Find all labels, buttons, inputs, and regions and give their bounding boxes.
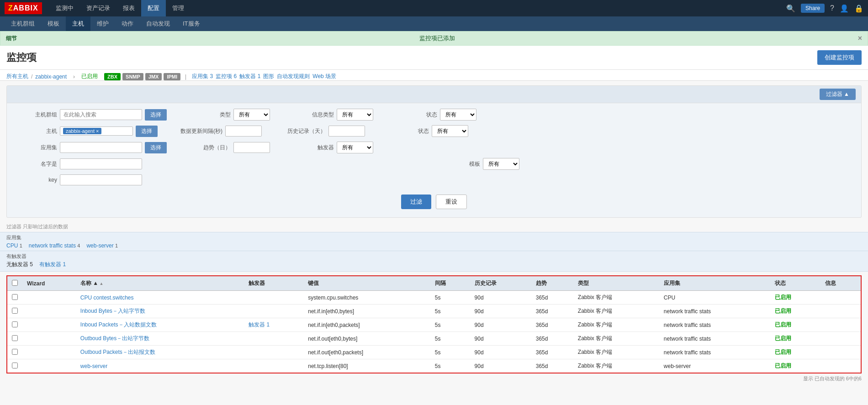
sub-nav-host-groups[interactable]: 主机群组: [5, 16, 41, 31]
tab-monitor-items[interactable]: 监控项 6: [216, 73, 237, 80]
row-history-4: 90d: [470, 346, 531, 359]
breadcrumb-all-hosts[interactable]: 所有主机: [6, 73, 28, 80]
tab-web-scenes[interactable]: Web 场景: [312, 73, 336, 80]
update-interval-input[interactable]: [225, 126, 262, 137]
row-check-3[interactable]: [12, 335, 18, 341]
logo[interactable]: ZABBIX: [5, 2, 42, 14]
host-select-btn[interactable]: 选择: [136, 126, 158, 137]
row-check-1[interactable]: [12, 308, 18, 314]
sub-nav-templates[interactable]: 模板: [41, 16, 66, 31]
row-check-5[interactable]: [12, 363, 18, 368]
filter-row-2: 主机 zabbix-agent × 选择 数据更新间隔(秒) 历史记录（天） 状…: [16, 125, 852, 137]
history-input[interactable]: [328, 126, 365, 137]
type-select[interactable]: 所有: [233, 109, 270, 121]
user-icon[interactable]: 👤: [840, 4, 849, 13]
th-name[interactable]: 名称 ▲: [76, 276, 244, 291]
row-name-link-0[interactable]: CPU contest.switches: [80, 295, 134, 301]
row-status-1: 已启用: [770, 305, 820, 318]
nav-config[interactable]: 配置: [141, 0, 166, 16]
app-set-input[interactable]: [60, 142, 142, 153]
row-info-5: [820, 359, 861, 373]
nav-admin[interactable]: 管理: [166, 0, 191, 16]
sub-nav-maintenance[interactable]: 维护: [90, 16, 115, 31]
sub-nav-actions[interactable]: 动作: [115, 16, 140, 31]
sub-nav-hosts[interactable]: 主机: [66, 16, 90, 31]
row-checkbox-3: [7, 332, 22, 346]
tab-zbx[interactable]: ZBX: [104, 73, 121, 80]
th-info: 信息: [820, 276, 861, 291]
logo-z: Z: [8, 4, 13, 12]
template-label: 模板: [439, 160, 480, 168]
app-group-cpu-count: 1: [20, 243, 22, 248]
nav-assets[interactable]: 资产记录: [80, 0, 116, 16]
breadcrumb-agent[interactable]: zabbix-agent: [35, 74, 67, 80]
host-tag-input[interactable]: zabbix-agent ×: [60, 126, 133, 136]
template-select[interactable]: 所有: [483, 158, 519, 170]
host-group-input[interactable]: [60, 109, 142, 120]
row-key-0: system.cpu.switches: [303, 291, 430, 305]
row-check-2[interactable]: [12, 321, 18, 327]
row-triggers-2: 触发器 1: [244, 318, 303, 332]
nav-reports[interactable]: 报表: [116, 0, 141, 16]
app-group-network[interactable]: network traffic stats 4: [29, 242, 80, 249]
app-groups-area: 应用集 CPU 1 network traffic stats 4 web-se…: [0, 232, 868, 251]
row-status-0: 已启用: [770, 291, 820, 305]
th-wizard[interactable]: Wizard: [22, 276, 76, 291]
app-group-webserver[interactable]: web-server 1: [86, 242, 118, 249]
share-button[interactable]: Share: [801, 4, 825, 13]
notification-close[interactable]: ×: [858, 34, 862, 42]
row-trend-1: 365d: [531, 305, 573, 318]
app-group-cpu[interactable]: CPU 1: [6, 242, 22, 249]
row-check-4[interactable]: [12, 349, 18, 355]
filter-button[interactable]: 过滤: [401, 195, 431, 209]
row-status-4: 已启用: [770, 346, 820, 359]
name-input[interactable]: [60, 158, 142, 169]
table-container: Wizard 名称 ▲ 触发器 键值 间隔 历史记录 趋势 类型 应用集 状态 …: [0, 275, 868, 373]
filter-host: 主机 zabbix-agent × 选择: [16, 126, 158, 137]
reset-button[interactable]: 重设: [436, 195, 467, 209]
sub-nav-it-services[interactable]: IT服务: [176, 16, 206, 31]
help-icon[interactable]: ?: [830, 4, 834, 12]
tab-area: ZBX SNMP JMX IPMI | 应用集 3 监控项 6 触发器 1 图形…: [104, 73, 336, 80]
app-set-select-btn[interactable]: 选择: [145, 142, 167, 153]
select-all-checkbox[interactable]: [12, 280, 18, 286]
tab-triggers[interactable]: 触发器 1: [239, 73, 260, 80]
app-groups-items: CPU 1 network traffic stats 4 web-server…: [6, 242, 862, 249]
row-trigger-link-2[interactable]: 触发器 1: [249, 321, 270, 328]
tab-snmp[interactable]: SNMP: [122, 73, 143, 80]
row-name-link-1[interactable]: Inboud Bytes－入站字节数: [80, 308, 145, 314]
trigger-select[interactable]: 所有: [337, 142, 373, 153]
tab-app-sets[interactable]: 应用集 3: [192, 73, 213, 80]
tab-jmx[interactable]: JMX: [145, 73, 162, 80]
row-type-3: Zabbix 客户端: [573, 332, 659, 346]
tab-ipmi[interactable]: IPMI: [164, 73, 180, 80]
row-type-2: Zabbix 客户端: [573, 318, 659, 332]
filter-toggle-button[interactable]: 过滤器 ▲: [820, 89, 856, 100]
filter-status1: 状态 所有: [396, 109, 476, 121]
status1-select[interactable]: 所有: [440, 109, 476, 121]
host-group-select-btn[interactable]: 选择: [145, 109, 167, 121]
create-monitor-item-button[interactable]: 创建监控项: [817, 50, 862, 65]
key-input[interactable]: [60, 174, 142, 185]
trend-input[interactable]: [233, 142, 270, 153]
host-tag-close[interactable]: ×: [96, 128, 99, 134]
has-trigger[interactable]: 有触发器 1: [39, 261, 66, 268]
row-check-0[interactable]: [12, 294, 18, 300]
logout-icon[interactable]: 🔒: [854, 4, 863, 13]
row-name-link-2[interactable]: Inboud Packets－入站数据文数: [80, 321, 157, 328]
tab-graphs[interactable]: 图形: [263, 73, 274, 80]
row-name-link-5[interactable]: web-server: [80, 363, 107, 369]
sub-nav-auto-discovery[interactable]: 自动发现: [140, 16, 176, 31]
row-name-link-3[interactable]: Outboud Bytes－出站字节数: [80, 335, 149, 342]
trend-label: 趋势（日）: [190, 144, 231, 152]
row-name-link-4[interactable]: Outboud Packets－出站报文数: [80, 349, 155, 355]
row-type-0: Zabbix 客户端: [573, 291, 659, 305]
tab-auto-discovery[interactable]: 自动发现规则: [277, 73, 310, 80]
search-icon[interactable]: 🔍: [786, 4, 795, 13]
tab-sep1: |: [185, 74, 186, 80]
row-checkbox-2: [7, 318, 22, 332]
info-type-select[interactable]: 所有: [337, 109, 373, 121]
nav-monitor[interactable]: 监测中: [49, 0, 80, 16]
status2-select[interactable]: 所有: [432, 125, 468, 137]
update-interval-label: 数据更新间隔(秒): [180, 127, 222, 135]
